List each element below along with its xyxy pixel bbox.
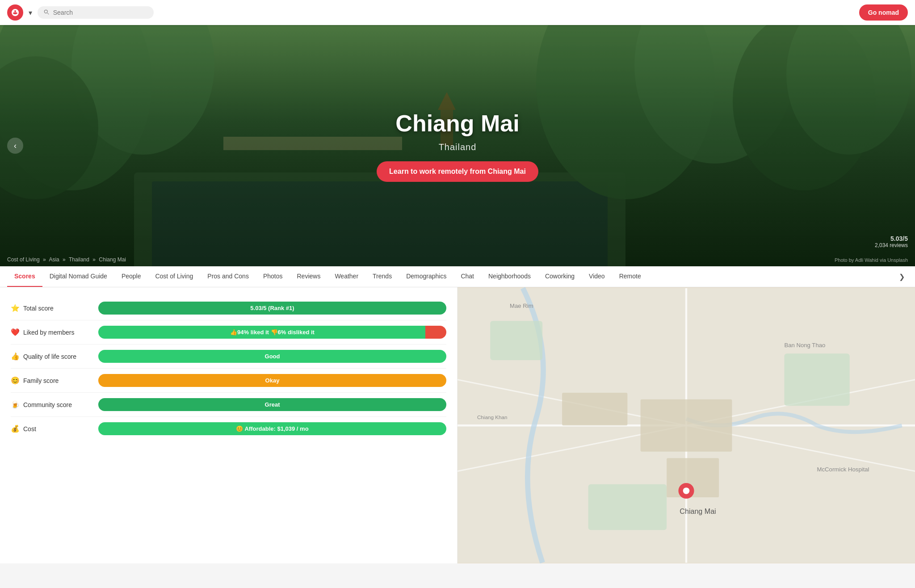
score-row: 😊Family scoreOkay (11, 369, 446, 393)
score-emoji: 😊 (11, 376, 20, 385)
score-row: 👍Quality of life scoreGood (11, 344, 446, 369)
score-bar[interactable]: 5.03/5 (Rank #1) (98, 302, 446, 315)
tab-coworking[interactable]: Coworking (538, 266, 582, 287)
score-emoji: 👍 (11, 352, 20, 361)
svg-text:McCormick Hospital: McCormick Hospital (817, 466, 869, 473)
tab-guide[interactable]: Digital Nomad Guide (42, 266, 114, 287)
score-bar[interactable]: 👍94% liked it 👎6% disliked it (98, 326, 446, 339)
hero-score: 5.03/5 (875, 235, 908, 242)
score-bar[interactable]: Okay (98, 374, 446, 387)
svg-text:Ban Nong Thao: Ban Nong Thao (784, 342, 825, 349)
score-label: ⭐Total score (11, 304, 91, 312)
svg-text:Chiang Khan: Chiang Khan (477, 414, 508, 420)
score-bar[interactable]: Good (98, 350, 446, 363)
breadcrumb: Cost of Living » Asia » Thailand » Chian… (7, 256, 126, 263)
svg-rect-19 (588, 484, 667, 530)
tab-trends[interactable]: Trends (365, 266, 399, 287)
svg-point-24 (683, 487, 690, 494)
tab-photos[interactable]: Photos (256, 266, 290, 287)
score-label-text: Community score (23, 401, 72, 408)
score-bar[interactable]: Great (98, 398, 446, 411)
score-emoji: ⭐ (11, 304, 20, 312)
go-nomad-button[interactable]: Go nomad (859, 4, 908, 21)
breadcrumb-chiang-mai[interactable]: Chiang Mai (99, 256, 126, 263)
score-row: 💰Cost😊 Affordable: $1,039 / mo (11, 417, 446, 441)
tab-reviews[interactable]: Reviews (290, 266, 328, 287)
score-label-text: Family score (23, 377, 59, 384)
svg-rect-22 (562, 393, 627, 425)
score-label-text: Liked by members (23, 329, 74, 336)
score-label: 😊Family score (11, 376, 91, 385)
map-panel[interactable]: Chiang Mai Mae Rim Ban Nong Thao Chiang … (458, 287, 915, 563)
score-label: 💰Cost (11, 424, 91, 433)
score-bar[interactable]: 😊 Affordable: $1,039 / mo (98, 422, 446, 435)
score-label: 🍺Community score (11, 400, 91, 409)
main-content: ⭐Total score5.03/5 (Rank #1)❤️Liked by m… (0, 287, 915, 563)
tab-weather[interactable]: Weather (327, 266, 365, 287)
score-label-text: Total score (23, 305, 54, 312)
breadcrumb-thailand[interactable]: Thailand (69, 256, 89, 263)
map-illustration: Chiang Mai Mae Rim Ban Nong Thao Chiang … (458, 287, 915, 563)
score-row: ❤️Liked by members👍94% liked it 👎6% disl… (11, 320, 446, 344)
svg-rect-17 (490, 321, 542, 360)
logo-caret-icon[interactable]: ▾ (27, 9, 34, 16)
tab-scores[interactable]: Scores (7, 266, 42, 287)
tab-remote[interactable]: Remote (612, 266, 648, 287)
search-input[interactable] (53, 9, 147, 16)
hero-section: ‹ Chiang Mai Thailand Learn to work remo… (0, 25, 915, 266)
hero-country-subtitle: Thailand (439, 142, 477, 152)
search-icon (44, 9, 50, 16)
tab-chat[interactable]: Chat (453, 266, 481, 287)
score-row: 🍺Community scoreGreat (11, 393, 446, 417)
tab-neighborhoods[interactable]: Neighborhoods (481, 266, 538, 287)
score-emoji: 💰 (11, 424, 20, 433)
hero-rating: 5.03/5 2,034 reviews (875, 235, 908, 248)
navbar-left: ▾ (7, 4, 154, 21)
svg-rect-18 (784, 353, 849, 406)
logo-button[interactable] (7, 4, 23, 21)
hero-content: Chiang Mai Thailand Learn to work remote… (0, 25, 915, 266)
tab-demographics[interactable]: Demographics (399, 266, 453, 287)
tab-pros[interactable]: Pros and Cons (200, 266, 256, 287)
score-label: 👍Quality of life score (11, 352, 91, 361)
score-label-text: Quality of life score (23, 353, 76, 360)
navbar: ▾ Go nomad (0, 0, 915, 25)
breadcrumb-asia[interactable]: Asia (49, 256, 59, 263)
hero-cta-button[interactable]: Learn to work remotely from Chiang Mai (377, 161, 538, 182)
tabs-scroll-right-icon[interactable]: ❯ (895, 270, 908, 283)
breadcrumb-cost-of-living[interactable]: Cost of Living (7, 256, 40, 263)
tabs-bar: ScoresDigital Nomad GuidePeopleCost of L… (0, 266, 915, 287)
svg-text:Chiang Mai: Chiang Mai (680, 507, 716, 515)
scores-panel: ⭐Total score5.03/5 (Rank #1)❤️Liked by m… (0, 287, 458, 563)
tab-video[interactable]: Video (582, 266, 612, 287)
search-bar[interactable] (38, 6, 154, 19)
hero-reviews: 2,034 reviews (875, 242, 908, 248)
score-emoji: 🍺 (11, 400, 20, 409)
hero-city-title: Chiang Mai (395, 110, 519, 137)
hero-photo-credit: Photo by Adli Wahid via Unsplash (835, 257, 908, 263)
tab-cost[interactable]: Cost of Living (148, 266, 200, 287)
svg-rect-20 (641, 399, 732, 452)
score-row: ⭐Total score5.03/5 (Rank #1) (11, 296, 446, 320)
score-label: ❤️Liked by members (11, 328, 91, 336)
score-emoji: ❤️ (11, 328, 20, 336)
score-label-text: Cost (23, 425, 36, 433)
tab-people[interactable]: People (114, 266, 148, 287)
svg-text:Mae Rim: Mae Rim (510, 302, 533, 309)
